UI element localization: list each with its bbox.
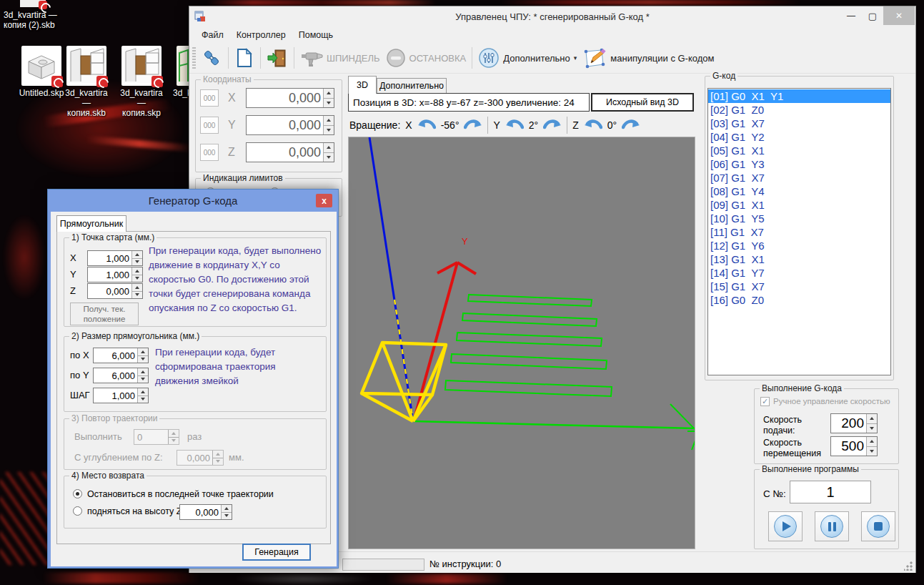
spin-up-icon[interactable] [324, 89, 334, 98]
gcode-row[interactable]: [05] G1 X1 [708, 144, 890, 157]
spin-down-icon[interactable] [132, 275, 142, 282]
spin-down-icon[interactable] [324, 152, 334, 162]
connect-button[interactable] [198, 45, 225, 71]
stop-button[interactable]: ОСТАНОВКА [383, 46, 470, 70]
spin-down-icon[interactable] [138, 375, 148, 383]
coord-x-spinner[interactable]: 0,000 [246, 88, 334, 108]
zero-y-button[interactable]: 000 [200, 117, 219, 134]
coord-z-spinner[interactable]: 0,000 [246, 142, 334, 162]
spin-down-icon[interactable] [138, 355, 148, 363]
from-number-field[interactable]: 1 [790, 481, 871, 503]
spin-up-icon[interactable] [324, 143, 334, 152]
window-titlebar[interactable]: Управленец ЧПУ: * сгенерированный G-код … [189, 6, 915, 26]
gcode-row[interactable]: [14] G1 Y7 [708, 266, 890, 280]
rotate-cw-icon[interactable] [622, 118, 640, 132]
spin-buttons[interactable] [866, 414, 877, 433]
gcode-row[interactable]: [03] G1 X7 [708, 117, 890, 130]
size-y-spinner[interactable]: 6,000 [93, 368, 149, 383]
tab-3d[interactable]: 3D [348, 76, 377, 94]
spin-buttons[interactable] [323, 116, 334, 134]
spin-down-icon[interactable] [324, 98, 334, 108]
gcode-list[interactable]: [01] G0 X1 Y1 [02] G1 Z0 [03] G1 X7 [04]… [707, 88, 891, 375]
new-file-button[interactable] [232, 45, 257, 71]
spin-up-icon[interactable] [222, 505, 232, 512]
menu-file[interactable]: Файл [195, 28, 230, 42]
spin-up-icon[interactable] [138, 368, 148, 375]
viewport-3d[interactable]: Y [348, 137, 695, 549]
tab-additional[interactable]: Дополнительно [377, 78, 447, 94]
raise-height-spinner[interactable]: 0,000 [179, 504, 232, 520]
spin-buttons[interactable] [323, 143, 334, 162]
spin-down-icon[interactable] [324, 125, 334, 135]
zero-z-button[interactable]: 000 [200, 144, 219, 161]
gcode-row[interactable]: [13] G1 X1 [708, 252, 890, 266]
gcode-row[interactable]: [10] G1 Y5 [708, 212, 890, 225]
extra-dropdown-button[interactable]: Дополнительно ▾ [475, 45, 580, 71]
spin-buttons[interactable] [323, 89, 334, 107]
stop-at-last-point-radio[interactable] [73, 489, 82, 498]
feed-speed-spinner[interactable]: 200 [830, 413, 878, 433]
spin-buttons[interactable] [137, 388, 148, 403]
rotate-cw-icon[interactable] [464, 118, 482, 132]
rotate-ccw-icon[interactable] [505, 118, 524, 132]
stop-exec-button[interactable] [861, 511, 895, 541]
gcode-row[interactable]: [04] G1 Y2 [708, 130, 890, 144]
manual-speed-checkbox[interactable]: ✓ [760, 397, 770, 406]
get-position-button[interactable]: Получ. тек. положение [70, 303, 139, 325]
dialog-close-button[interactable]: x [316, 194, 332, 207]
spin-up-icon[interactable] [867, 414, 877, 423]
spin-down-icon[interactable] [138, 395, 148, 403]
step-spinner[interactable]: 1,000 [93, 388, 149, 403]
spin-up-icon[interactable] [138, 388, 148, 395]
desktop-file-top[interactable]: 3d_kvartira — копия (2).skb [1, 0, 66, 30]
gcode-row[interactable]: [02] G1 Z0 [708, 103, 890, 117]
spin-down-icon[interactable] [132, 258, 142, 266]
spin-buttons[interactable] [137, 348, 148, 363]
raise-to-height-radio[interactable] [73, 506, 82, 516]
gcode-manip-button[interactable]: манипуляции с G-кодом [580, 45, 717, 71]
close-button[interactable]: ✕ [883, 6, 915, 25]
menu-help[interactable]: Помощь [292, 28, 339, 42]
gcode-row[interactable]: [16] G0 Z0 [708, 293, 890, 307]
spin-buttons[interactable] [131, 251, 142, 265]
spin-up-icon[interactable] [324, 116, 334, 125]
spindle-button[interactable]: ШПИНДЕЛЬ [297, 46, 383, 70]
rotate-ccw-icon[interactable] [584, 118, 602, 132]
gcode-row[interactable]: [09] G1 X1 [708, 198, 890, 212]
spin-buttons[interactable] [131, 267, 142, 282]
size-x-spinner[interactable]: 6,000 [93, 348, 149, 363]
desktop-icon-untitled[interactable]: Untitled.skp [18, 46, 65, 98]
spin-down-icon[interactable] [132, 291, 142, 299]
exit-button[interactable] [264, 45, 291, 71]
start-y-spinner[interactable]: 1,000 [87, 267, 143, 282]
gcode-row[interactable]: [08] G1 Y4 [708, 185, 890, 198]
gcode-row[interactable]: [07] G1 X7 [708, 171, 890, 185]
rotate-ccw-icon[interactable] [417, 118, 436, 132]
generate-button[interactable]: Генерация [242, 544, 311, 561]
rotate-cw-icon[interactable] [543, 118, 562, 132]
desktop-icon-kvartira-skp[interactable]: 3d_kvartira — копия.skp [118, 46, 165, 118]
start-z-spinner[interactable]: 0,000 [87, 283, 143, 299]
spin-up-icon[interactable] [138, 348, 148, 355]
run-button[interactable] [768, 511, 803, 541]
reset-view-button[interactable]: Исходный вид 3D [591, 93, 694, 112]
resize-grip[interactable] [904, 561, 913, 571]
spin-up-icon[interactable] [132, 284, 142, 291]
start-x-spinner[interactable]: 1,000 [87, 250, 143, 266]
gcode-row[interactable]: [01] G0 X1 Y1 [708, 89, 890, 103]
spin-down-icon[interactable] [222, 512, 232, 520]
spin-up-icon[interactable] [867, 437, 877, 446]
toolbar-grip[interactable] [192, 47, 196, 69]
dialog-titlebar[interactable]: Генератор G-кода [48, 190, 338, 212]
spin-buttons[interactable] [131, 284, 142, 298]
gcode-row[interactable]: [11] G1 X7 [708, 225, 890, 239]
tab-rectangle[interactable]: Прямоугольник [56, 215, 126, 232]
spin-buttons[interactable] [221, 505, 232, 519]
zero-x-button[interactable]: 000 [200, 89, 219, 107]
spin-buttons[interactable] [866, 437, 877, 456]
minimize-button[interactable]: — [840, 6, 862, 25]
spin-up-icon[interactable] [132, 267, 142, 275]
coord-y-spinner[interactable]: 0,000 [246, 115, 334, 135]
gcode-row[interactable]: [06] G1 Y3 [708, 157, 890, 171]
pause-button[interactable] [815, 511, 849, 541]
